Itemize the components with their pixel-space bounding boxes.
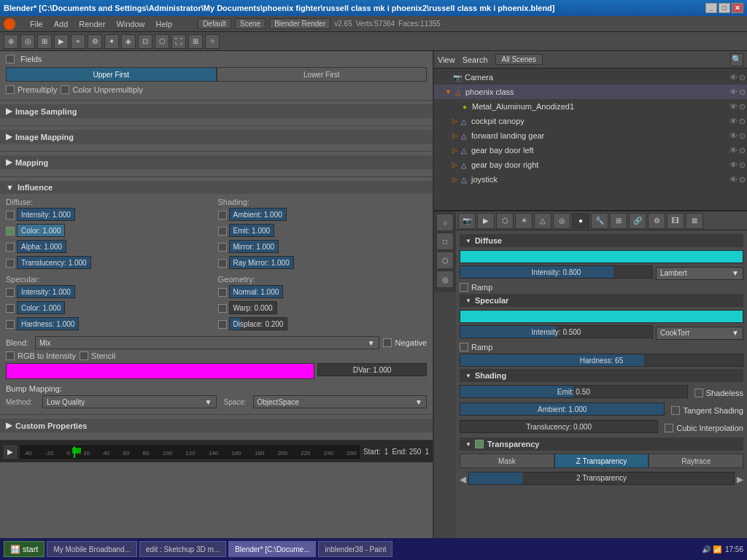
geo-displace-cb[interactable]	[218, 320, 227, 329]
tree-item-phoenix[interactable]: ▼ △ phoenix class 👁 ⊙	[434, 85, 747, 99]
minimize-button[interactable]: _	[705, 3, 717, 13]
tool-btn-10[interactable]: ⬡	[155, 34, 169, 49]
preview-mat-btn[interactable]: ◎	[436, 271, 454, 288]
shadeless-checkbox[interactable]	[694, 389, 703, 397]
transparency-right-arrow[interactable]: ▸	[737, 471, 743, 487]
preview-plane-btn[interactable]: □	[436, 233, 454, 250]
tool-btn-7[interactable]: ✦	[104, 34, 119, 49]
rgb-intensity-checkbox[interactable]	[6, 351, 15, 360]
play-button[interactable]: ▶	[4, 446, 17, 459]
influence-header[interactable]: ▼ Influence	[0, 181, 433, 194]
mode-dropdown[interactable]: Default	[198, 18, 231, 29]
taskbar-blender[interactable]: Blender* [C:\Docume...	[228, 541, 316, 557]
camera-eye-icon[interactable]: 👁	[729, 73, 738, 82]
image-mapping-header[interactable]: ▶ Image Mapping	[0, 130, 433, 144]
raytrace-tab[interactable]: Raytrace	[649, 454, 743, 468]
menu-file[interactable]: File	[30, 20, 43, 28]
tree-item-cockpit[interactable]: ▷ △ cockpit canopy 👁 ⊙	[434, 114, 747, 128]
tree-item-camera[interactable]: 📷 Camera 👁 ⊙	[434, 70, 747, 85]
specular-color-full-bar[interactable]	[460, 310, 743, 323]
cockpit-render-icon[interactable]: ⊙	[739, 117, 746, 126]
prop-tab-10[interactable]: 🔗	[629, 213, 646, 229]
transparency-left-arrow[interactable]: ◂	[460, 471, 466, 487]
specular-intensity-slider[interactable]: Intensity: 0.500	[460, 325, 653, 338]
shading-ambient-bar[interactable]: Ambient: 1.000	[229, 208, 287, 221]
shading-mirror-cb[interactable]	[218, 243, 227, 252]
menu-window[interactable]: Window	[116, 20, 144, 28]
tool-btn-2[interactable]: ◎	[20, 34, 35, 49]
phoenix-eye-icon[interactable]: 👁	[729, 88, 738, 96]
space-dropdown[interactable]: ObjectSpace ▼	[253, 395, 427, 408]
quality-dropdown[interactable]: Low Quality ▼	[42, 395, 217, 408]
gear-left-eye-icon[interactable]: 👁	[729, 146, 738, 155]
tool-btn-13[interactable]: ✧	[205, 34, 220, 49]
tree-item-gear-left[interactable]: ▷ △ gear bay door left 👁 ⊙	[434, 143, 747, 158]
metal-render-icon[interactable]: ⊙	[739, 102, 746, 112]
shading-mirror-bar[interactable]: Mirror: 1.000	[229, 240, 279, 253]
tree-item-metal[interactable]: ● Metal_Aluminum_Anodized1 👁 ⊙	[434, 99, 747, 114]
fields-checkbox[interactable]	[6, 55, 15, 63]
blend-dropdown[interactable]: Mix ▼	[35, 336, 379, 349]
prop-tab-material[interactable]: ●	[572, 213, 589, 229]
negative-checkbox[interactable]	[383, 338, 392, 347]
view-label[interactable]: View	[438, 55, 455, 64]
metal-eye-icon[interactable]: 👁	[729, 102, 738, 111]
prop-tab-11[interactable]: ⚙	[648, 213, 665, 229]
tool-btn-6[interactable]: ⚙	[88, 34, 102, 49]
shading-emit-bar[interactable]: Emit: 1.000	[229, 224, 275, 237]
menu-render[interactable]: Render	[79, 20, 105, 28]
tree-item-joystick[interactable]: ▷ △ joystick 👁 ⊙	[434, 172, 747, 187]
stencil-label[interactable]: Stencil	[80, 351, 115, 360]
diffuse-color-full-bar[interactable]	[460, 250, 743, 263]
joystick-eye-icon[interactable]: 👁	[729, 175, 738, 184]
gear-left-render-icon[interactable]: ⊙	[739, 146, 746, 155]
close-button[interactable]: ✕	[732, 3, 743, 13]
spec-intensity-cb[interactable]	[6, 288, 15, 297]
tool-btn-8[interactable]: ◈	[121, 34, 136, 49]
diffuse-intensity-slider[interactable]: Intensity: 0.800	[460, 265, 653, 279]
diffuse-color-bar[interactable]: Color: 1.000	[17, 224, 65, 237]
dvar-bar[interactable]: DVar: 1.000	[317, 363, 427, 376]
custom-properties-header[interactable]: ▶ Custom Properties	[0, 419, 433, 432]
timeline-bar[interactable]: -40-200204060801001201401601802002202402…	[20, 446, 360, 459]
diffuse-color-cb[interactable]	[6, 227, 15, 236]
tool-btn-5[interactable]: ⌖	[71, 34, 85, 49]
color-unpremultiply-checkbox[interactable]	[61, 85, 69, 94]
spec-hardness-cb[interactable]	[6, 320, 15, 329]
hardness-slider[interactable]: Hardness: 65	[460, 354, 743, 367]
image-sampling-header[interactable]: ▶ Image Sampling	[0, 104, 433, 118]
spec-intensity-bar[interactable]: Intensity: 1.000	[17, 285, 75, 298]
color-unpremultiply-label[interactable]: Color Unpremultiply	[61, 85, 143, 94]
prop-tab-5[interactable]: △	[534, 213, 551, 229]
diffuse-section-header[interactable]: ▼ Diffuse	[460, 234, 743, 247]
emit-slider[interactable]: Emit: 0.50	[460, 385, 688, 398]
taskbar-sketchup[interactable]: edit : Sketchup 3D m...	[139, 541, 226, 557]
diffuse-ramp-checkbox[interactable]	[460, 283, 468, 292]
preview-sphere-btn[interactable]: ○	[436, 214, 454, 231]
geo-displace-bar[interactable]: Displace: 0.200	[229, 317, 288, 330]
gear-right-eye-icon[interactable]: 👁	[729, 160, 738, 169]
rgb-intensity-label[interactable]: RGB to Intensity	[6, 351, 76, 360]
cubic-interp-checkbox[interactable]	[665, 424, 673, 432]
camera-render-icon[interactable]: ⊙	[739, 73, 746, 82]
prop-tab-3[interactable]: ⬡	[496, 213, 514, 229]
z-transparency-tab[interactable]: Z Transparency	[554, 454, 649, 468]
diffuse-translucency-bar[interactable]: Translucency: 1.000	[17, 256, 91, 269]
diffuse-alpha-bar[interactable]: Alpha: 1.000	[17, 240, 66, 253]
mask-tab[interactable]: Mask	[460, 454, 554, 468]
shading-ambient-cb[interactable]	[218, 211, 227, 219]
geo-warp-bar[interactable]: Warp: 0.000	[229, 301, 277, 314]
shading-emit-cb[interactable]	[218, 227, 227, 236]
prop-tab-4[interactable]: ☀	[515, 213, 533, 229]
gear-right-render-icon[interactable]: ⊙	[739, 160, 746, 170]
landing-eye-icon[interactable]: 👁	[729, 131, 738, 140]
joystick-render-icon[interactable]: ⊙	[739, 175, 746, 184]
diffuse-shader-dropdown[interactable]: Lambert ▼	[656, 267, 743, 280]
premultiply-checkbox[interactable]	[6, 85, 15, 94]
lower-first-tab[interactable]: Lower First	[217, 67, 427, 82]
shading-section-header[interactable]: ▼ Shading	[460, 369, 743, 382]
tool-btn-4[interactable]: ▶	[54, 34, 69, 49]
diffuse-alpha-cb[interactable]	[6, 243, 15, 252]
transparency-checkbox[interactable]	[475, 440, 484, 448]
tool-btn-9[interactable]: ⊡	[138, 34, 152, 49]
